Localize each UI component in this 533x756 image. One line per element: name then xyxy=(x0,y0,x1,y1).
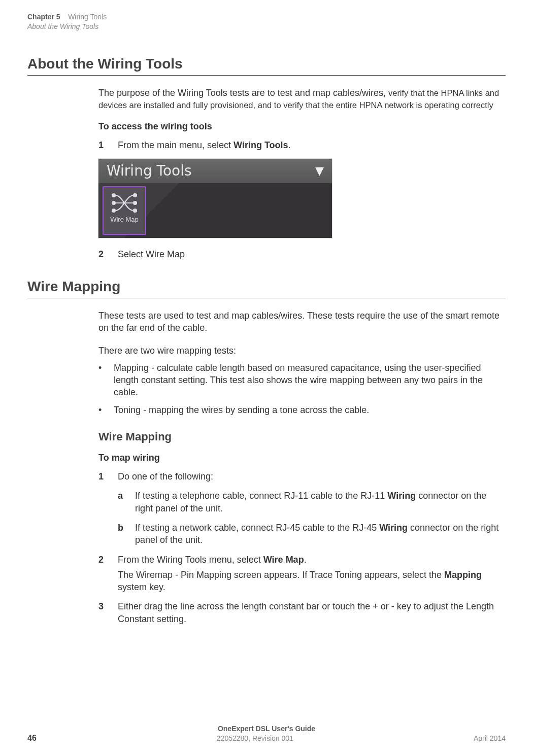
wire-map-tile[interactable]: Wire Map xyxy=(103,186,146,235)
section-rule xyxy=(27,298,506,298)
tool-item-label: Wire Map xyxy=(104,216,145,223)
footer-title: OneExpert DSL User's Guide xyxy=(27,725,506,733)
step-number: 2 xyxy=(98,554,118,594)
step2-post: . xyxy=(304,555,307,565)
wire-map-icon xyxy=(111,192,138,214)
footer-revision: 22052280, Revision 001 xyxy=(217,734,293,742)
step2-line2-post: system key. xyxy=(118,582,165,592)
sub-text-bold: Wiring xyxy=(387,491,416,501)
step2-pre: From the Wiring Tools menu, select xyxy=(118,555,263,565)
content-block-3: To map wiring 1 Do one of the following:… xyxy=(98,453,501,625)
wiring-tools-widget: Wiring Tools ▼ xyxy=(98,159,332,238)
bullet-mapping: • Mapping - calculate cable length based… xyxy=(98,362,501,399)
wm-two-tests: There are two wire mapping tests: xyxy=(98,345,501,357)
heading-about-wiring-tools: About the Wiring Tools xyxy=(27,56,506,72)
step-body: Either drag the line across the length c… xyxy=(118,600,501,625)
map-step-3: 3 Either drag the line across the length… xyxy=(98,600,501,625)
map-substep-b: b If testing a network cable, connect RJ… xyxy=(118,522,501,546)
step-text-c: . xyxy=(288,140,291,150)
chevron-down-icon: ▼ xyxy=(315,164,324,177)
sub-body: If testing a telephone cable, connect RJ… xyxy=(135,490,501,514)
sub-text-bold: Wiring xyxy=(379,523,408,533)
widget-title-bar[interactable]: Wiring Tools ▼ xyxy=(98,159,332,183)
content-block-2: These tests are used to test and map cab… xyxy=(98,310,501,416)
subhead-access: To access the wiring tools xyxy=(98,121,501,132)
sub-letter: a xyxy=(118,490,135,514)
step-number: 1 xyxy=(98,470,118,483)
map-step-1: 1 Do one of the following: xyxy=(98,470,501,483)
intro-paragraph: The purpose of the Wiring Tools tests ar… xyxy=(98,87,501,112)
step-2: 2 Select Wire Map xyxy=(98,248,501,260)
step2-line2-pre: The Wiremap - Pin Mapping screen appears… xyxy=(118,570,444,580)
heading-wire-mapping: Wire Mapping xyxy=(27,279,506,295)
sub-body: If testing a network cable, connect RJ-4… xyxy=(135,522,501,546)
step-body: Do one of the following: xyxy=(118,470,501,483)
page-number: 46 xyxy=(27,734,37,743)
section-rule xyxy=(27,75,506,76)
bullet-icon: • xyxy=(98,404,114,416)
bullet-body: Mapping - calculate cable length based o… xyxy=(114,362,501,399)
widget-body: Wire Map xyxy=(98,183,332,238)
step-body: Select Wire Map xyxy=(118,248,501,260)
subhead-map-wiring: To map wiring xyxy=(98,453,501,463)
map-substep-a: a If testing a telephone cable, connect … xyxy=(118,490,501,514)
step-body: From the main menu, select Wiring Tools. xyxy=(118,139,501,151)
sub-letter: b xyxy=(118,522,135,546)
chapter-label: Chapter 5 xyxy=(27,13,60,21)
sub-text-pre: If testing a telephone cable, connect RJ… xyxy=(135,491,387,501)
step-number: 2 xyxy=(98,248,118,260)
running-head: Chapter 5 Wiring Tools About the Wiring … xyxy=(27,12,506,31)
footer-line: 46 22052280, Revision 001 April 2014 xyxy=(27,734,506,743)
bullet-body: Toning - mapping the wires by sending a … xyxy=(114,404,501,416)
intro-text-a: The purpose of the Wiring Tools tests ar… xyxy=(98,88,388,98)
map-step-2: 2 From the Wiring Tools menu, select Wir… xyxy=(98,554,501,594)
step-number: 1 xyxy=(98,139,118,151)
page: Chapter 5 Wiring Tools About the Wiring … xyxy=(0,0,533,756)
widget-title-text: Wiring Tools xyxy=(107,162,192,179)
step-text: Select Wire Map xyxy=(118,249,185,259)
step-number: 3 xyxy=(98,600,118,625)
page-footer: OneExpert DSL User's Guide 46 22052280, … xyxy=(27,725,506,743)
bullet-icon: • xyxy=(98,362,114,399)
section-title: About the Wiring Tools xyxy=(27,22,506,31)
step2-line2-bold: Mapping xyxy=(444,570,482,580)
wm-intro: These tests are used to test and map cab… xyxy=(98,310,501,334)
step-body: From the Wiring Tools menu, select Wire … xyxy=(118,554,501,594)
footer-date: April 2014 xyxy=(474,734,506,742)
step-1: 1 From the main menu, select Wiring Tool… xyxy=(98,139,501,151)
bullet-toning: • Toning - mapping the wires by sending … xyxy=(98,404,501,416)
step-text-bold: Wiring Tools xyxy=(234,140,288,150)
sub-text-pre: If testing a network cable, connect RJ-4… xyxy=(135,523,379,533)
step-text-a: From the main menu, select xyxy=(118,140,234,150)
chapter-title: Wiring Tools xyxy=(68,13,107,21)
subheading-wire-mapping: Wire Mapping xyxy=(98,430,506,443)
step2-bold: Wire Map xyxy=(263,555,304,565)
content-block-1: The purpose of the Wiring Tools tests ar… xyxy=(98,87,501,260)
